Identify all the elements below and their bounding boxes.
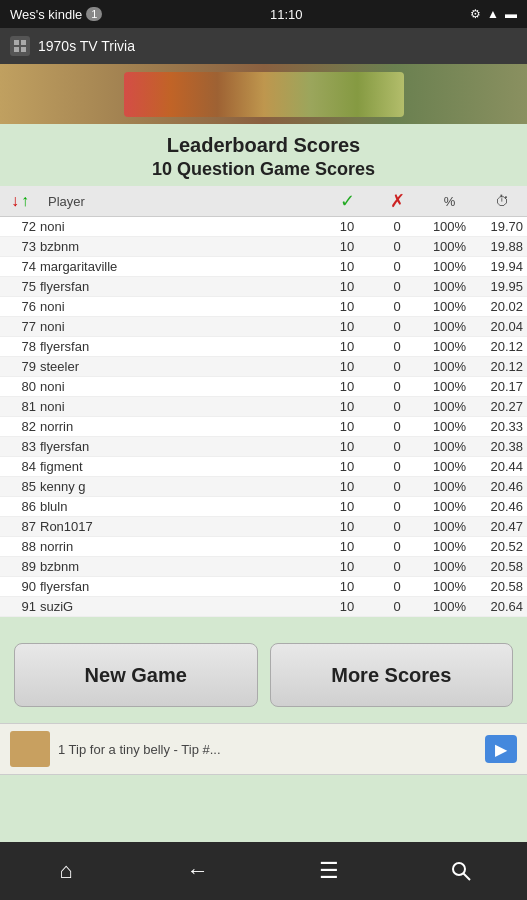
more-scores-button[interactable]: More Scores xyxy=(270,643,514,707)
table-row: 73 bzbnm 10 0 100% 19.88 xyxy=(0,237,527,257)
row-percent: 100% xyxy=(422,559,477,574)
row-correct: 10 xyxy=(322,399,372,414)
row-correct: 10 xyxy=(322,499,372,514)
table-row: 88 norrin 10 0 100% 20.52 xyxy=(0,537,527,557)
row-correct: 10 xyxy=(322,219,372,234)
row-player-name: bluln xyxy=(40,499,322,514)
ad-thumbnail xyxy=(10,731,50,767)
row-player-name: flyersfan xyxy=(40,279,322,294)
banner-image xyxy=(0,64,527,124)
device-name: Wes's kindle xyxy=(10,7,82,22)
sort-controls[interactable]: ↓ ↑ xyxy=(0,192,40,210)
home-button[interactable]: ⌂ xyxy=(44,849,88,893)
row-rank: 77 xyxy=(0,319,40,334)
row-time: 19.88 xyxy=(477,239,527,254)
ad-text: 1 Tip for a tiny belly - Tip #... xyxy=(58,742,477,757)
action-buttons: New Game More Scores xyxy=(0,627,527,723)
bottom-navigation: ⌂ ← ☰ xyxy=(0,842,527,900)
row-player-name: noni xyxy=(40,319,322,334)
col-header-wrong: ✗ xyxy=(372,190,422,212)
row-time: 19.95 xyxy=(477,279,527,294)
row-percent: 100% xyxy=(422,599,477,614)
menu-button[interactable]: ☰ xyxy=(307,849,351,893)
row-percent: 100% xyxy=(422,239,477,254)
table-row: 89 bzbnm 10 0 100% 20.58 xyxy=(0,557,527,577)
row-wrong: 0 xyxy=(372,399,422,414)
row-rank: 79 xyxy=(0,359,40,374)
col-header-player: Player xyxy=(40,194,322,209)
row-player-name: figment xyxy=(40,459,322,474)
row-percent: 100% xyxy=(422,539,477,554)
row-time: 20.02 xyxy=(477,299,527,314)
svg-rect-0 xyxy=(14,40,19,45)
svg-line-5 xyxy=(464,874,471,881)
row-wrong: 0 xyxy=(372,519,422,534)
sort-down-icon[interactable]: ↓ xyxy=(11,192,19,210)
row-player-name: norrin xyxy=(40,419,322,434)
row-percent: 100% xyxy=(422,399,477,414)
row-rank: 72 xyxy=(0,219,40,234)
row-wrong: 0 xyxy=(372,319,422,334)
row-percent: 100% xyxy=(422,279,477,294)
row-wrong: 0 xyxy=(372,259,422,274)
leaderboard-title: Leaderboard Scores xyxy=(0,134,527,157)
row-percent: 100% xyxy=(422,419,477,434)
new-game-button[interactable]: New Game xyxy=(14,643,258,707)
battery-icon: ▬ xyxy=(505,7,517,21)
row-correct: 10 xyxy=(322,299,372,314)
ad-play-button[interactable]: ▶ xyxy=(485,735,517,763)
ad-banner: 1 Tip for a tiny belly - Tip #... ▶ xyxy=(0,723,527,775)
row-player-name: kenny g xyxy=(40,479,322,494)
row-rank: 88 xyxy=(0,539,40,554)
row-player-name: bzbnm xyxy=(40,559,322,574)
col-header-time: ⏱ xyxy=(477,193,527,209)
row-rank: 86 xyxy=(0,499,40,514)
search-button[interactable] xyxy=(439,849,483,893)
app-title: 1970s TV Trivia xyxy=(38,38,135,54)
row-player-name: noni xyxy=(40,299,322,314)
row-player-name: noni xyxy=(40,379,322,394)
row-wrong: 0 xyxy=(372,459,422,474)
row-player-name: flyersfan xyxy=(40,579,322,594)
gear-icon: ⚙ xyxy=(470,7,481,21)
svg-rect-2 xyxy=(14,47,19,52)
table-row: 90 flyersfan 10 0 100% 20.58 xyxy=(0,577,527,597)
row-player-name: suziG xyxy=(40,599,322,614)
sort-up-icon[interactable]: ↑ xyxy=(21,192,29,210)
notification-badge: 1 xyxy=(86,7,102,21)
back-button[interactable]: ← xyxy=(176,849,220,893)
table-row: 87 Ron1017 10 0 100% 20.47 xyxy=(0,517,527,537)
row-time: 20.47 xyxy=(477,519,527,534)
row-time: 20.44 xyxy=(477,459,527,474)
row-wrong: 0 xyxy=(372,539,422,554)
status-time: 11:10 xyxy=(270,7,303,22)
row-rank: 81 xyxy=(0,399,40,414)
row-percent: 100% xyxy=(422,339,477,354)
row-percent: 100% xyxy=(422,299,477,314)
col-header-correct: ✓ xyxy=(322,190,372,212)
row-wrong: 0 xyxy=(372,599,422,614)
table-row: 75 flyersfan 10 0 100% 19.95 xyxy=(0,277,527,297)
row-rank: 74 xyxy=(0,259,40,274)
table-row: 79 steeler 10 0 100% 20.12 xyxy=(0,357,527,377)
table-row: 84 figment 10 0 100% 20.44 xyxy=(0,457,527,477)
row-correct: 10 xyxy=(322,359,372,374)
row-correct: 10 xyxy=(322,259,372,274)
table-row: 85 kenny g 10 0 100% 20.46 xyxy=(0,477,527,497)
table-row: 78 flyersfan 10 0 100% 20.12 xyxy=(0,337,527,357)
row-correct: 10 xyxy=(322,379,372,394)
main-content: Leaderboard Scores 10 Question Game Scor… xyxy=(0,124,527,627)
row-time: 20.58 xyxy=(477,579,527,594)
row-wrong: 0 xyxy=(372,299,422,314)
app-icon xyxy=(10,36,30,56)
row-wrong: 0 xyxy=(372,359,422,374)
row-percent: 100% xyxy=(422,379,477,394)
row-wrong: 0 xyxy=(372,419,422,434)
col-header-pct: % xyxy=(422,194,477,209)
table-row: 86 bluln 10 0 100% 20.46 xyxy=(0,497,527,517)
table-body: 72 noni 10 0 100% 19.70 73 bzbnm 10 0 10… xyxy=(0,217,527,617)
row-correct: 10 xyxy=(322,579,372,594)
row-player-name: noni xyxy=(40,219,322,234)
row-correct: 10 xyxy=(322,339,372,354)
svg-rect-3 xyxy=(21,47,26,52)
